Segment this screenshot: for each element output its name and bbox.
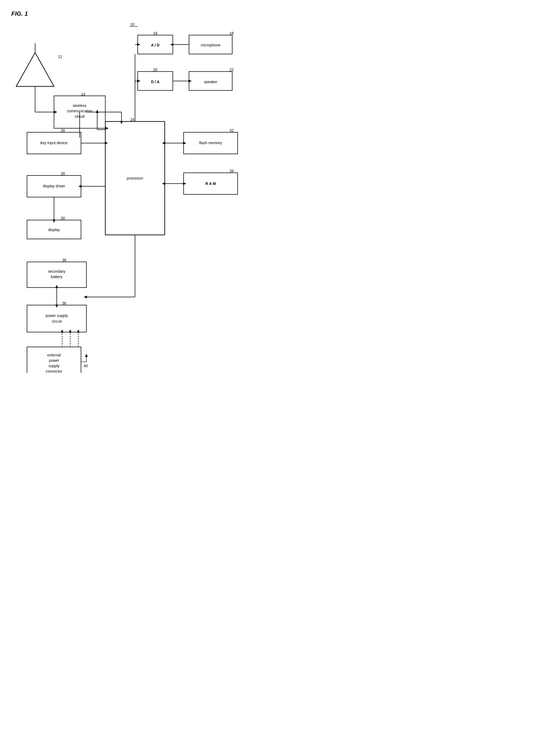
wireless-comm-ref: 14 [81, 92, 85, 96]
secondary-battery-label: secondary [48, 269, 65, 274]
system-ref: 10 [130, 22, 135, 26]
display-ref: 30 [61, 216, 65, 220]
svg-text:connector: connector [46, 369, 62, 373]
power-supply-ref: 36 [62, 301, 66, 305]
da-ref: 20 [153, 67, 158, 72]
microphone-label: microphone [201, 43, 220, 47]
speaker-label: speaker [204, 80, 217, 84]
wireless-comm-label: wireless [73, 104, 87, 108]
ext-power-connector-ref: 40 [84, 364, 88, 368]
display-driver-label: display driver [43, 184, 65, 188]
svg-text:supply: supply [49, 364, 59, 368]
secondary-battery-ref: 38 [62, 258, 66, 262]
svg-marker-49 [84, 296, 87, 298]
microphone-ref: 18 [229, 31, 234, 35]
ad-label: A / D [151, 43, 159, 47]
ram-label: R A M [205, 181, 216, 186]
antenna-symbol [16, 53, 54, 86]
display-driver-ref: 28 [61, 171, 65, 176]
key-input-ref: 26 [61, 128, 65, 133]
diagram-container: FIG. 1 10 12 wireless communication circ… [0, 0, 280, 373]
display-label: display [48, 228, 60, 232]
power-supply-label: power supply [46, 313, 68, 318]
ext-power-connector-label: external [47, 353, 61, 357]
speaker-ref: 22 [229, 67, 234, 72]
svg-text:power: power [49, 358, 59, 363]
processor-label: processor [127, 176, 143, 180]
svg-text:circuit: circuit [52, 319, 62, 323]
antenna-ref: 12 [58, 55, 62, 59]
ram-ref: 34 [229, 169, 234, 173]
ad-ref: 16 [153, 31, 158, 35]
flash-memory-ref: 32 [229, 128, 234, 133]
processor-ref: 24 [130, 117, 135, 122]
flash-memory-label: flash memory [199, 141, 222, 145]
da-label: D / A [151, 80, 159, 84]
svg-marker-58 [85, 354, 88, 357]
key-input-label: key input device [40, 141, 68, 145]
power-supply-box [27, 305, 86, 332]
figure-title: FIG. 1 [11, 10, 28, 17]
svg-text:battery: battery [51, 275, 63, 279]
